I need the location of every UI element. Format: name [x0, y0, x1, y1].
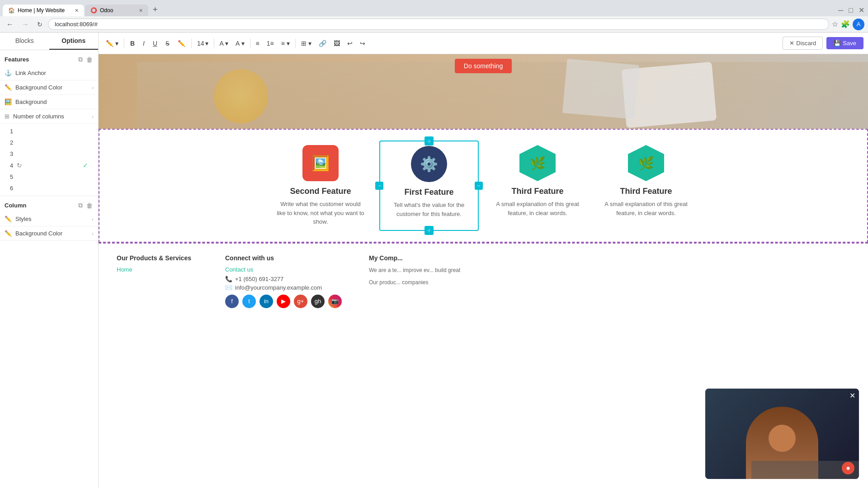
col-option-2[interactable]: 2 — [8, 137, 90, 148]
second-feature-desc: Write what the customer would like to kn… — [275, 200, 366, 226]
tab-close-home[interactable]: ✕ — [75, 8, 79, 14]
num-columns-chevron: ‹ — [92, 114, 94, 119]
num-columns-icon: ⊞ — [5, 113, 9, 120]
col-option-5[interactable]: 5 — [8, 171, 90, 183]
highlight-button[interactable]: ✏️ — [175, 38, 189, 49]
panel-tabs: Blocks Options — [0, 33, 98, 50]
bold-button[interactable]: B — [127, 38, 138, 49]
tab-title-odoo: Odoo — [100, 7, 134, 14]
tab-home[interactable]: 🏠 Home | My Website ✕ — [3, 5, 84, 16]
first-feature-icon: ⚙️ — [420, 155, 438, 173]
col-option-6[interactable]: 6 — [8, 183, 90, 194]
undo-button[interactable]: ↩ — [344, 38, 355, 49]
refresh-button[interactable]: ↻ — [34, 19, 45, 30]
forward-button[interactable]: → — [19, 19, 32, 30]
profile-icon[interactable]: A — [853, 19, 864, 30]
features-title: Features — [5, 56, 77, 63]
panel-item-col-bg-color[interactable]: ✏️ Background Color ‹ — [0, 226, 98, 241]
panel-item-styles[interactable]: ✏️ Styles ‹ — [0, 212, 98, 226]
table-dropdown[interactable]: ⊞ ▾ — [298, 38, 314, 49]
footer-products-title: Our Products & Services — [117, 254, 198, 262]
feature-card-first[interactable]: ⊹ ⊹ → ↔ ⚙️ First Feature Tell what's the… — [379, 141, 479, 231]
address-text: localhost:8069/# — [55, 21, 98, 28]
social-twitter[interactable]: t — [242, 295, 256, 308]
italic-button[interactable]: I — [140, 38, 148, 49]
social-google[interactable]: g+ — [294, 295, 307, 308]
window-controls: ─ □ ✕ — [838, 6, 868, 16]
list-unordered-button[interactable]: ≡ — [253, 38, 262, 49]
phone-icon: 📞 — [225, 276, 232, 282]
extension-icon[interactable]: 🧩 — [841, 20, 850, 28]
feature-card-third-2[interactable]: 🌿 Third Feature A small explanation of t… — [596, 141, 696, 231]
record-indicator: ● — [842, 462, 854, 474]
panel-item-background[interactable]: 🖼️ Background — [0, 95, 98, 109]
social-youtube[interactable]: ▶ — [277, 295, 290, 308]
drag-handle-right[interactable]: ↔ — [475, 182, 483, 190]
font-size-dropdown[interactable]: 14 ▾ — [194, 38, 211, 49]
list-ordered-button[interactable]: 1≡ — [264, 38, 277, 49]
align-dropdown[interactable]: ≡ ▾ — [278, 38, 292, 49]
social-facebook[interactable]: f — [225, 295, 239, 308]
third-feature-2-desc: A small explanation of this great featur… — [601, 200, 691, 217]
discard-x-icon: ✕ — [789, 40, 794, 47]
tab-options[interactable]: Options — [49, 33, 99, 50]
underline-button[interactable]: U — [150, 38, 160, 49]
strikethrough-button[interactable]: S̶ — [162, 38, 173, 49]
first-feature-desc: Tell what's the value for the customer f… — [385, 201, 473, 218]
footer-col-products: Our Products & Services Home — [117, 254, 198, 308]
footer-company-text2: Our produc... companies — [369, 278, 460, 287]
feature-card-third-1[interactable]: 🌿 Third Feature A small explanation of t… — [488, 141, 587, 231]
link-button[interactable]: 🔗 — [316, 38, 329, 49]
social-instagram[interactable]: 📷 — [328, 295, 342, 308]
bookmark-icon[interactable]: ☆ — [832, 20, 838, 28]
first-feature-title: First Feature — [385, 188, 473, 197]
col-option-4[interactable]: 4 ↻ ✓ — [8, 160, 90, 171]
image-button[interactable]: 🖼 — [331, 38, 343, 49]
footer-home-link[interactable]: Home — [117, 266, 198, 273]
drag-handle-left[interactable]: → — [375, 182, 383, 190]
drag-handle-top[interactable]: ⊹ — [425, 136, 434, 145]
font-color-dropdown[interactable]: A ▾ — [233, 38, 247, 49]
new-tab-button[interactable]: + — [149, 4, 161, 15]
tab-odoo[interactable]: ⭕ Odoo ✕ — [85, 5, 148, 16]
col-option-1[interactable]: 1 — [8, 126, 90, 137]
save-button[interactable]: 💾 Save — [826, 37, 863, 49]
feature-card-second[interactable]: 🖼️ Second Feature Write what the custome… — [271, 141, 370, 231]
features-delete-icon[interactable]: 🗑 — [85, 55, 94, 64]
font-family-dropdown[interactable]: A ▾ — [217, 38, 231, 49]
third-feature-1-desc: A small explanation of this great featur… — [492, 200, 583, 217]
tab-favicon-odoo: ⭕ — [90, 7, 97, 14]
address-bar[interactable]: localhost:8069/# — [48, 19, 829, 30]
tab-blocks[interactable]: Blocks — [0, 33, 49, 50]
background-icon: 🖼️ — [5, 99, 12, 105]
col-option-3[interactable]: 3 — [8, 148, 90, 160]
bg-color-icon: ✏️ — [5, 84, 12, 91]
discard-button[interactable]: ✕ Discard — [783, 37, 823, 50]
second-feature-title: Second Feature — [275, 187, 366, 196]
column-copy-icon[interactable]: ⧉ — [77, 201, 84, 210]
format-dropdown[interactable]: ✏️ ▾ — [103, 38, 121, 49]
footer-col-connect: Connect with us Contact us 📞 +1 (650) 69… — [225, 254, 342, 308]
redo-button[interactable]: ↪ — [357, 38, 368, 49]
video-close-button[interactable]: ✕ — [849, 391, 855, 400]
drag-handle-bottom[interactable]: ⊹ — [425, 226, 434, 235]
footer-contact-link[interactable]: Contact us — [225, 266, 342, 273]
social-linkedin[interactable]: in — [259, 295, 273, 308]
back-button[interactable]: ← — [4, 19, 16, 30]
features-section: 🖼️ Second Feature Write what the custome… — [99, 129, 868, 243]
column-delete-icon[interactable]: 🗑 — [85, 201, 94, 210]
do-something-button[interactable]: Do something — [455, 59, 512, 73]
footer-phone: 📞 +1 (650) 691-3277 — [225, 276, 342, 282]
tab-close-odoo[interactable]: ✕ — [139, 8, 143, 14]
left-panel: Blocks Options Features ⧉ 🗑 ⚓ Link Ancho… — [0, 33, 99, 488]
features-copy-icon[interactable]: ⧉ — [77, 55, 84, 64]
panel-item-background-color[interactable]: ✏️ Background Color ‹ — [0, 80, 98, 95]
styles-icon: ✏️ — [5, 216, 12, 222]
panel-item-link-anchor[interactable]: ⚓ Link Anchor — [0, 66, 98, 80]
social-github[interactable]: gh — [311, 295, 325, 308]
browser-chrome: 🏠 Home | My Website ✕ ⭕ Odoo ✕ + ─ □ ✕ ←… — [0, 0, 868, 33]
column-title: Column — [5, 202, 77, 209]
browser-action-icons: ☆ 🧩 A — [832, 19, 864, 30]
panel-item-num-columns[interactable]: ⊞ Number of columns ‹ — [0, 109, 98, 124]
tab-title-home: Home | My Website — [18, 7, 70, 14]
